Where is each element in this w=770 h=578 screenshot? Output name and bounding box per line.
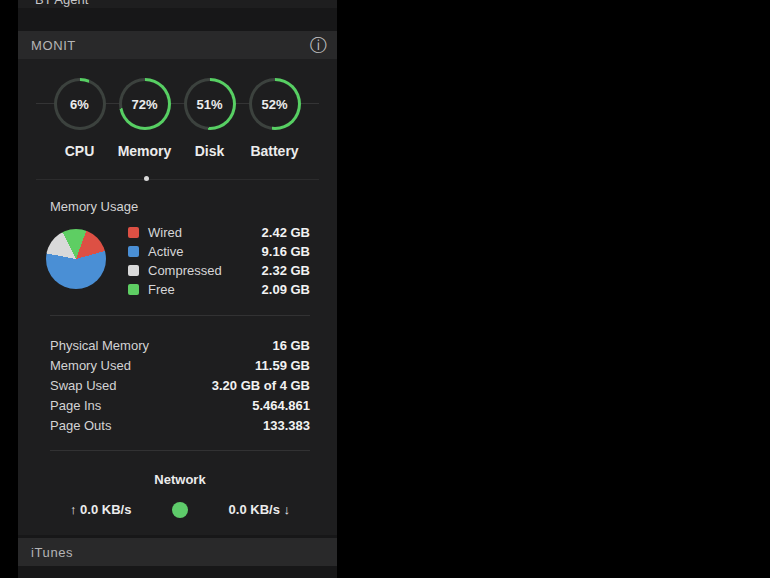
stat-value: 133.383 [263,418,310,433]
gauge-percent: 72% [131,97,157,112]
stat-row: Page Ins5.464.861 [50,395,310,415]
memory-usage-title: Memory Usage [50,199,138,214]
stat-label: Memory Used [50,358,131,373]
legend-value: 2.09 GB [262,282,310,297]
legend-swatch [128,265,139,276]
legend-label: Free [148,282,175,297]
gauge-label: Disk [195,143,225,159]
network-upload-rate: ↑ 0.0 KB/s [70,502,131,518]
stat-label: Page Ins [50,398,101,413]
stat-label: Swap Used [50,378,116,393]
legend-swatch [128,284,139,295]
gauge-ring: 51% [184,78,236,130]
monit-widget-body: 6%CPU72%Memory51%Disk52%Battery Memory U… [18,59,337,535]
info-icon[interactable]: ⓘ [310,37,327,54]
legend-row: Free2.09 GB [128,280,310,299]
legend-value: 9.16 GB [262,244,310,259]
stat-value: 3.20 GB of 4 GB [212,378,310,393]
gauge-ring: 52% [249,78,301,130]
legend-row: Wired2.42 GB [128,223,310,242]
divider [50,315,310,316]
page-indicator-dot[interactable] [144,176,149,181]
gauge-ring: 6% [54,78,106,130]
stat-value: 11.59 GB [255,358,310,373]
legend-swatch [128,227,139,238]
stat-row: Memory Used11.59 GB [50,355,310,375]
memory-legend: Wired2.42 GBActive9.16 GBCompressed2.32 … [128,223,310,299]
itunes-widget-title: iTunes [31,545,73,560]
stat-row: Physical Memory16 GB [50,335,310,355]
monit-widget-header[interactable]: MONIT ⓘ [18,31,337,59]
page-indicator-line [36,179,319,180]
gauge-percent: 6% [70,97,89,112]
network-row: ↑ 0.0 KB/s 0.0 KB/s ↓ [18,502,337,518]
gauges-row: 6%CPU72%Memory51%Disk52%Battery [47,78,307,159]
gauge-ring: 72% [119,78,171,130]
stat-label: Physical Memory [50,338,149,353]
network-download-rate: 0.0 KB/s ↓ [229,502,290,518]
network-title: Network [50,472,310,487]
stat-label: Page Outs [50,418,111,433]
memory-stats-list: Physical Memory16 GBMemory Used11.59 GBS… [50,335,310,435]
divider [50,450,310,451]
memory-pie-chart [46,229,106,289]
stat-row: Page Outs133.383 [50,415,310,435]
legend-label: Active [148,244,183,259]
gauge-label: Battery [250,143,298,159]
gauge-percent: 51% [196,97,222,112]
previous-widget-title: BT Agent [35,0,88,7]
gauge-label: CPU [65,143,95,159]
gauge-disk: 51%Disk [177,78,242,159]
network-status-dot [172,502,188,518]
stat-value: 16 GB [272,338,310,353]
legend-label: Compressed [148,263,222,278]
gauge-label: Memory [118,143,172,159]
legend-swatch [128,246,139,257]
gauge-memory: 72%Memory [112,78,177,159]
gauge-battery: 52%Battery [242,78,307,159]
monit-widget-title: MONIT [31,38,76,53]
stat-row: Swap Used3.20 GB of 4 GB [50,375,310,395]
today-view-panel: BT Agent MONIT ⓘ 6%CPU72%Memory51%Disk52… [18,0,337,578]
gauge-percent: 52% [261,97,287,112]
legend-row: Compressed2.32 GB [128,261,310,280]
legend-row: Active9.16 GB [128,242,310,261]
itunes-widget-header[interactable]: iTunes [18,538,337,566]
legend-label: Wired [148,225,182,240]
legend-value: 2.42 GB [262,225,310,240]
legend-value: 2.32 GB [262,263,310,278]
gauge-cpu: 6%CPU [47,78,112,159]
notification-center: BT Agent MONIT ⓘ 6%CPU72%Memory51%Disk52… [0,0,770,578]
stat-value: 5.464.861 [252,398,310,413]
previous-widget-remnant: BT Agent [18,0,337,8]
